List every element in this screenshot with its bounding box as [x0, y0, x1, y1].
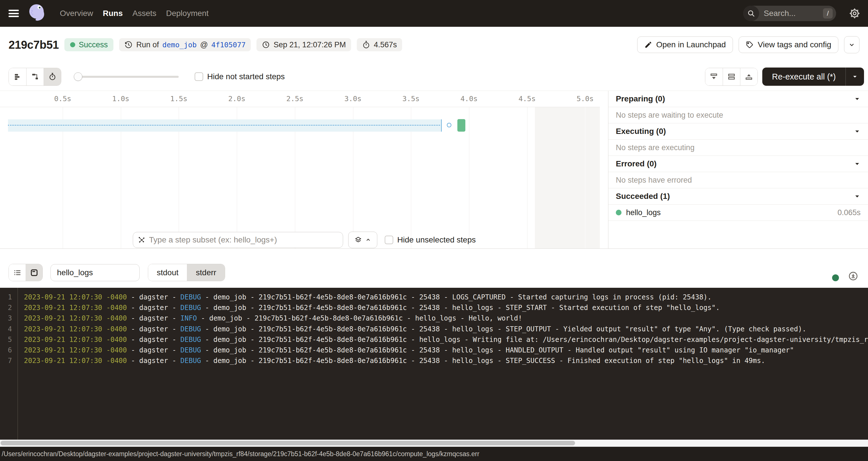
gantt-waiting-dotted-line [8, 125, 440, 126]
waterfall-view-button[interactable] [26, 68, 43, 86]
snapshot-link[interactable]: 4f105077 [212, 41, 246, 49]
axis-tick: 3.5s [399, 91, 423, 107]
op-selector-icon [137, 236, 146, 244]
run-of-pill: Run of demo_job @ 4f105077 [119, 38, 251, 51]
log-view-mode-group [8, 264, 43, 281]
scrollbar-thumb[interactable] [1, 441, 575, 445]
axis-tick: 2.5s [283, 91, 307, 107]
gear-icon[interactable] [848, 7, 861, 19]
nav-item-assets[interactable]: Assets [132, 9, 156, 18]
log-io-tabs: stdoutstderr [148, 264, 225, 281]
stopwatch-icon [362, 40, 370, 49]
status-section-header[interactable]: Executing (0) [609, 123, 868, 140]
start-time-pill: Sep 21, 12:07:26 PM [256, 38, 351, 51]
log-file-path: /Users/erincochran/Desktop/dagster-examp… [0, 450, 479, 458]
nav-item-runs[interactable]: Runs [103, 9, 123, 18]
log-line: 62023-09-21 12:07:30 -0400 - dagster - D… [0, 345, 868, 356]
pencil-icon [644, 41, 652, 49]
gantt-chart: 0.5s1.0s1.5s2.0s2.5s3.0s3.5s4.0s4.5s5.0s… [0, 91, 600, 248]
step-status-panel: Preparing (0)No steps are waiting to exe… [608, 91, 868, 248]
reexecute-dropdown-button[interactable] [845, 67, 864, 86]
axis-tick: 3.0s [341, 91, 365, 107]
expand-bottom-button[interactable] [705, 68, 723, 86]
log-tab-stdout[interactable]: stdout [148, 264, 187, 281]
search-placeholder: Search... [759, 9, 823, 18]
step-row-hello_logs[interactable]: hello_logs0.065s [609, 205, 868, 221]
nav-item-overview[interactable]: Overview [60, 9, 93, 18]
step-subset-controls: Type a step subset (ex: hello_logs+) Hid… [133, 232, 476, 248]
axis-tick: 1.5s [167, 91, 191, 107]
gantt-view-mode-group [8, 68, 61, 86]
run-id: 219c7b51 [8, 38, 59, 51]
tag-icon [746, 41, 754, 49]
after-run-end-shade [535, 107, 600, 248]
history-icon [124, 40, 133, 49]
structured-log-view-button[interactable] [9, 264, 26, 281]
gridline [469, 107, 469, 248]
log-line: 32023-09-21 12:07:30 -0400 - dagster - I… [0, 313, 868, 324]
reexecute-all-button[interactable]: Re-execute all (*) [762, 67, 864, 86]
download-log-icon[interactable] [848, 271, 858, 281]
hide-unselected-checkbox[interactable] [385, 236, 393, 244]
step-success-dot [616, 210, 621, 215]
dagster-logo-icon[interactable] [27, 3, 47, 23]
log-line: 52023-09-21 12:07:30 -0400 - dagster - D… [0, 335, 868, 345]
log-line: 22023-09-21 12:07:30 -0400 - dagster - D… [0, 303, 868, 313]
run-header: 219c7b51 Success Run of demo_job @ 4f105… [0, 27, 868, 63]
nav-item-deployment[interactable]: Deployment [166, 9, 209, 18]
view-tags-button[interactable]: View tags and config [739, 36, 838, 53]
gantt-body: Type a step subset (ex: hello_logs+) Hid… [0, 107, 600, 248]
log-status-dot [832, 274, 839, 281]
graph-query-toggle-button[interactable] [348, 232, 377, 248]
axis-tick: 5.0s [573, 91, 597, 107]
step-subset-placeholder: Type a step subset (ex: hello_logs+) [149, 235, 277, 244]
flat-view-button[interactable] [9, 68, 26, 86]
open-launchpad-button[interactable]: Open in Launchpad [637, 36, 733, 53]
status-section-empty: No steps have errored [609, 172, 868, 188]
axis-tick: 0.5s [51, 91, 75, 107]
log-toolbar: stdoutstderr [0, 248, 868, 288]
gantt-marker-circle[interactable] [447, 123, 452, 127]
timed-view-button[interactable] [43, 68, 61, 86]
dagster-run-page: OverviewRunsAssetsDeployment Search... /… [0, 0, 868, 461]
status-section-header[interactable]: Succeeded (1) [609, 188, 868, 205]
run-actions-dropdown-button[interactable] [844, 36, 860, 53]
gantt-time-axis: 0.5s1.0s1.5s2.0s2.5s3.0s3.5s4.0s4.5s5.0s [0, 91, 600, 107]
top-nav: OverviewRunsAssetsDeployment Search... / [0, 0, 868, 27]
hide-not-started-label: Hide not started steps [207, 72, 285, 81]
menu-icon[interactable] [8, 10, 19, 17]
split-even-button[interactable] [723, 68, 740, 86]
log-horizontal-scrollbar[interactable] [0, 440, 868, 447]
status-section-header[interactable]: Preparing (0) [609, 91, 868, 107]
gantt-step-bar-hello_logs[interactable] [457, 119, 465, 132]
expand-top-button[interactable] [740, 68, 757, 86]
gantt-toolbar: Hide not started steps Re-execute all (*… [0, 63, 868, 91]
collapse-chevron-icon [854, 128, 861, 135]
split-layout-group [705, 68, 758, 86]
collapse-chevron-icon [854, 160, 861, 167]
gridline [585, 107, 585, 248]
log-tab-stderr[interactable]: stderr [187, 264, 225, 281]
hide-not-started-checkbox[interactable] [195, 72, 203, 81]
log-line: 12023-09-21 12:07:30 -0400 - dagster - D… [0, 292, 868, 303]
chevron-up-icon [365, 237, 371, 243]
clock-icon [261, 40, 270, 49]
status-section-empty: No steps are waiting to execute [609, 107, 868, 123]
log-step-filter-input[interactable] [51, 264, 140, 281]
slider-knob[interactable] [74, 72, 82, 81]
collapse-chevron-icon [854, 95, 861, 102]
status-section-empty: No steps are executing [609, 140, 868, 156]
status-section-header[interactable]: Errored (0) [609, 156, 868, 172]
axis-tick: 2.0s [225, 91, 249, 107]
raw-log-view-button[interactable] [26, 264, 42, 281]
hide-unselected-label: Hide unselected steps [397, 235, 476, 244]
chevron-down-icon [848, 41, 856, 49]
search-input[interactable]: Search... / [743, 6, 836, 21]
run-gantt-section: 0.5s1.0s1.5s2.0s2.5s3.0s3.5s4.0s4.5s5.0s… [0, 91, 868, 249]
duration-pill: 4.567s [357, 38, 402, 51]
job-link[interactable]: demo_job [162, 41, 197, 49]
gantt-zoom-slider[interactable] [74, 72, 179, 81]
log-line: 42023-09-21 12:07:30 -0400 - dagster - D… [0, 324, 868, 335]
status-dot-icon [70, 42, 75, 47]
step-subset-input[interactable]: Type a step subset (ex: hello_logs+) [133, 232, 343, 248]
